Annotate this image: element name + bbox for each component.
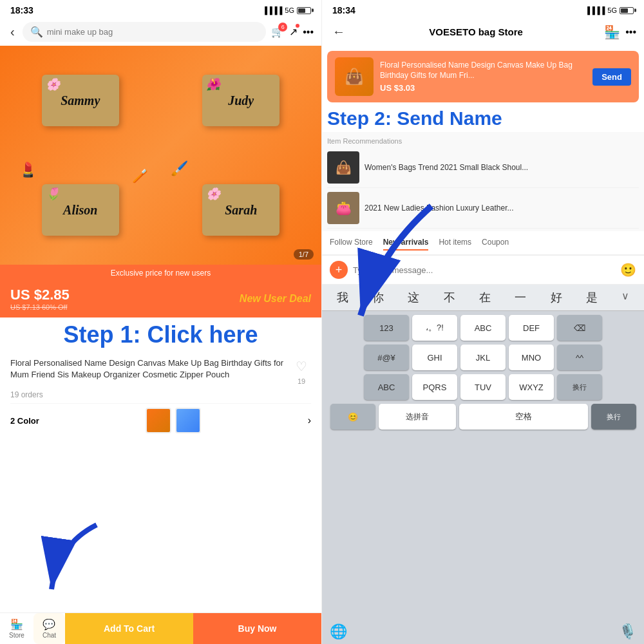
step1-label: Step 1: Click here (0, 317, 321, 352)
quick-char-hao[interactable]: 好 (551, 290, 562, 305)
quick-char-bu[interactable]: 不 (444, 290, 455, 305)
add-to-cart-button[interactable]: Add To Cart (65, 613, 193, 644)
orders-count: 19 orders (10, 386, 311, 403)
globe-button[interactable]: 🌐 (330, 623, 347, 640)
key-punct[interactable]: ،。?! (412, 315, 457, 341)
search-icon: 🔍 (30, 26, 43, 38)
bag-sarah: 🌸 Sarah (202, 184, 279, 236)
message-input-row: + 🙂 (322, 255, 644, 285)
color-swatch-2[interactable] (175, 408, 201, 433)
chat-icon: 💬 (43, 618, 55, 630)
tab-follow-store[interactable]: Follow Store (330, 235, 373, 251)
share-wrapper[interactable]: ↗ (289, 26, 298, 38)
key-abc[interactable]: ABC (460, 315, 506, 341)
chat-label: Chat (43, 632, 56, 639)
price-original: US $7.13 60% Off (10, 303, 70, 311)
signal-icons-right: ▐▐▐▐ 5G (585, 6, 634, 14)
key-jkl[interactable]: JKL (460, 345, 506, 370)
message-input[interactable] (353, 265, 615, 275)
keyboard-rows: 123 ،。?! ABC DEF ⌫ #@¥ GHI JKL MNO ^^ AB… (322, 311, 644, 620)
share-icon[interactable]: ↗ (289, 26, 298, 37)
plus-button[interactable]: + (330, 261, 348, 279)
product-card-info: Floral Personalised Name Design Canvas M… (380, 61, 586, 93)
left-panel: 18:33 ▐▐▐▐ 5G ‹ 🔍 🛒 6 ↗ (0, 0, 322, 644)
recommendations-section: Item Recommendations 👜 Women's Bags Tren… (322, 132, 644, 231)
quick-char-zhe[interactable]: 这 (408, 290, 419, 305)
tab-new-arrivals[interactable]: New arrivals (383, 235, 429, 251)
key-mno[interactable]: MNO (509, 345, 554, 370)
product-thumb: 👜 (335, 57, 374, 96)
price-section: US $2.85 US $7.13 60% Off New User Deal (0, 281, 321, 317)
key-caret[interactable]: ^^ (557, 345, 602, 370)
quick-char-zai[interactable]: 在 (479, 290, 491, 305)
bag-name-alison: Alison (63, 203, 97, 218)
key-abc-2[interactable]: ABC (364, 374, 409, 400)
quick-char-yi[interactable]: 一 (515, 290, 526, 305)
share-dot (296, 24, 299, 28)
key-tuv[interactable]: TUV (460, 374, 506, 400)
quick-char-shi[interactable]: 是 (586, 290, 598, 305)
key-wxyz[interactable]: WXYZ (509, 374, 554, 400)
time-right: 18:34 (332, 5, 355, 15)
cosmetics-layout: 🌸 Sammy 🌺 Judy 💄 🪥 (0, 46, 321, 265)
quick-chars-row: 我 你 这 不 在 一 好 是 ∨ (322, 285, 644, 311)
chat-button[interactable]: 💬 Chat (33, 613, 65, 644)
key-row-3: ABC PQRS TUV WXYZ 换行 (327, 374, 639, 400)
rec-thumb-1: 👜 (327, 151, 359, 184)
bottom-keyboard-row: 🌐 🎙️ (322, 620, 644, 644)
color-label: 2 Color (10, 416, 39, 426)
back-button-right[interactable]: ← (330, 22, 348, 42)
product-card-title: Floral Personalised Name Design Canvas M… (380, 61, 586, 80)
more-icon-left[interactable]: ••• (303, 26, 314, 38)
chars-expand-icon[interactable]: ∨ (621, 290, 629, 305)
exclusive-banner: Exclusive price for new users (0, 265, 321, 281)
bag-name-sarah: Sarah (225, 203, 257, 218)
mic-button[interactable]: 🎙️ (619, 623, 636, 640)
key-emoji[interactable]: 😊 (330, 404, 375, 430)
quick-char-ni[interactable]: 你 (372, 290, 384, 305)
cart-wrapper[interactable]: 🛒 6 (271, 26, 284, 38)
send-button[interactable]: Send (592, 68, 631, 86)
key-pinyin[interactable]: 选拼音 (379, 404, 456, 430)
store-button[interactable]: 🏪 Store (0, 613, 33, 644)
color-swatch-1[interactable] (146, 408, 171, 433)
key-action[interactable]: 换行 (591, 404, 636, 430)
tab-hot-items[interactable]: Hot items (439, 235, 471, 251)
new-user-deal: New User Deal (240, 293, 311, 305)
key-ghi[interactable]: GHI (412, 345, 457, 370)
store-title: VOESETO bag Store (353, 26, 599, 37)
network-type-right: 5G (607, 6, 617, 14)
status-bar-right: 18:34 ▐▐▐▐ 5G (322, 0, 644, 18)
key-123[interactable]: 123 (364, 315, 409, 341)
key-def[interactable]: DEF (509, 315, 554, 341)
store-header: ← VOESETO bag Store 🏪 ••• (322, 18, 644, 46)
network-type-left: 5G (285, 6, 294, 14)
emoji-button[interactable]: 🙂 (620, 262, 636, 278)
key-huanhang[interactable]: 换行 (557, 374, 602, 400)
key-space[interactable]: 空格 (459, 404, 588, 430)
heart-icon: ♡ (296, 357, 307, 375)
recommendation-item-2[interactable]: 👛 2021 New Ladies Fashion Luxury Leather… (327, 188, 639, 229)
more-icon-right[interactable]: ••• (625, 26, 636, 38)
product-card-price: US $3.03 (380, 83, 586, 93)
rec-thumb-2: 👛 (327, 192, 359, 224)
key-backspace[interactable]: ⌫ (557, 315, 602, 341)
signal-bars-right: ▐▐▐▐ (585, 6, 605, 14)
bottom-bar: 🏪 Store 💬 Chat Add To Cart Buy Now (0, 612, 321, 644)
key-row-2: #@¥ GHI JKL MNO ^^ (327, 345, 639, 370)
key-pqrs[interactable]: PQRS (412, 374, 457, 400)
quick-char-wo[interactable]: 我 (337, 290, 348, 305)
store-icon-right[interactable]: 🏪 (604, 24, 620, 40)
right-panel: 18:34 ▐▐▐▐ 5G ← VOESETO bag Store 🏪 ••• … (322, 0, 644, 644)
tab-coupon[interactable]: Coupon (482, 235, 509, 251)
key-symbols[interactable]: #@¥ (364, 345, 409, 370)
rec-title-2: 2021 New Ladies Fashion Luxury Leather..… (365, 203, 513, 214)
status-bar-left: 18:33 ▐▐▐▐ 5G (0, 0, 321, 18)
search-input[interactable] (47, 27, 259, 37)
back-button-left[interactable]: ‹ (8, 22, 17, 42)
buy-now-button[interactable]: Buy Now (193, 613, 321, 644)
search-bar[interactable]: 🔍 (23, 22, 267, 42)
recommendation-item-1[interactable]: 👜 Women's Bags Trend 2021 Small Black Sh… (327, 147, 639, 188)
signal-bars-left: ▐▐▐▐ (262, 6, 282, 14)
favorite-button[interactable]: ♡ 19 (292, 357, 311, 386)
